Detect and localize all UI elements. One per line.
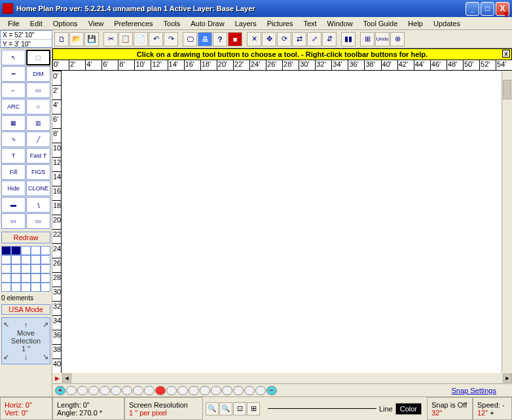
snap-dot-10[interactable] xyxy=(166,386,177,395)
screen-button[interactable]: 🖵 xyxy=(183,32,197,46)
menu-auto-draw[interactable]: Auto Draw xyxy=(185,18,229,29)
arrow-up-icon[interactable]: ↑ xyxy=(24,321,28,329)
tool-dim[interactable]: DIM xyxy=(26,66,50,82)
snap-dot-0[interactable]: + xyxy=(55,386,65,395)
tool-arrow[interactable]: ↖ xyxy=(1,50,26,65)
palette-cell[interactable] xyxy=(11,255,21,264)
arrow-down-icon[interactable]: ↓ xyxy=(24,353,28,361)
palette-cell[interactable] xyxy=(1,264,11,273)
palette-cell[interactable] xyxy=(1,273,11,283)
palette-cell[interactable] xyxy=(21,246,31,255)
layers-button[interactable]: ▮▮ xyxy=(341,32,356,46)
arrow-up-left-icon[interactable]: ↖ xyxy=(3,321,9,329)
snap-settings-link[interactable]: Snap Settings xyxy=(452,387,510,394)
tool-box1[interactable]: ▭ xyxy=(1,213,26,229)
undo-button[interactable]: ↶ xyxy=(149,32,163,46)
flip-button[interactable]: ⇄ xyxy=(292,32,306,46)
snap-dot-9[interactable] xyxy=(155,386,166,395)
palette-cell[interactable] xyxy=(1,283,11,292)
minimize-button[interactable]: _ xyxy=(466,2,479,16)
snap-dot-1[interactable] xyxy=(66,386,77,395)
snap-dot-7[interactable] xyxy=(133,386,143,395)
palette-cell[interactable] xyxy=(41,273,50,283)
palette-cell[interactable] xyxy=(41,264,50,273)
tool-figs[interactable]: FIGS xyxy=(26,164,50,180)
zoom-fit-button[interactable]: ⊡ xyxy=(233,402,246,415)
snap-dot-3[interactable] xyxy=(88,386,99,395)
menu-updates[interactable]: Updates xyxy=(428,18,466,29)
palette-cell[interactable] xyxy=(1,246,11,255)
menu-pictures[interactable]: Pictures xyxy=(262,18,299,29)
menu-help[interactable]: Help xyxy=(403,18,428,29)
zoom-in-button[interactable]: 🔍 xyxy=(206,402,219,415)
tool-text[interactable]: T xyxy=(1,148,26,164)
arrow-down-right-icon[interactable]: ↘ xyxy=(43,353,48,361)
menu-preferences[interactable]: Preferences xyxy=(109,18,158,29)
tool-hide[interactable]: Hide xyxy=(1,181,26,196)
redo-button[interactable]: ↷ xyxy=(164,32,178,46)
move-selection-panel[interactable]: ↖↑↗ Move Selection 1 " ↙↓↘ xyxy=(1,317,50,364)
palette-cell[interactable] xyxy=(31,246,41,255)
vertical-scrollbar[interactable] xyxy=(502,71,512,373)
menu-options[interactable]: Options xyxy=(48,18,83,29)
tool-stairs[interactable]: ▦ xyxy=(1,115,26,131)
copy-button[interactable]: 📋 xyxy=(119,32,133,46)
menu-layers[interactable]: Layers xyxy=(230,18,262,29)
tool-fast[interactable]: Fast T xyxy=(26,148,50,164)
zoom-100-button[interactable]: ⊞ xyxy=(247,402,260,415)
hint-close-button[interactable]: x xyxy=(502,50,510,58)
grid-button[interactable]: ⊞ xyxy=(360,32,375,46)
scale-button[interactable]: ⤢ xyxy=(307,32,321,46)
cut-button[interactable]: ✂ xyxy=(103,32,118,46)
arrow-up-right-icon[interactable]: ↗ xyxy=(43,321,48,329)
stop-button[interactable]: ■ xyxy=(228,32,242,46)
palette-cell[interactable] xyxy=(31,283,41,292)
rotate-button[interactable]: ⟳ xyxy=(277,32,291,46)
delete-button[interactable]: ✕ xyxy=(247,32,261,46)
color-button[interactable]: Color xyxy=(395,403,422,415)
tool-wall[interactable]: ━ xyxy=(1,66,26,82)
snap-dot-19[interactable]: − xyxy=(266,386,277,395)
palette-cell[interactable] xyxy=(41,283,50,292)
redraw-button[interactable]: Redraw xyxy=(1,232,50,243)
menu-view[interactable]: View xyxy=(83,18,109,29)
tool-select[interactable]: ⬚ xyxy=(26,50,50,65)
arrow-down-left-icon[interactable]: ↙ xyxy=(3,353,9,361)
paste-button[interactable]: 📄 xyxy=(134,32,148,46)
snap-dot-5[interactable] xyxy=(111,386,121,395)
tool-circle[interactable]: ○ xyxy=(26,99,50,114)
scroll-right-button[interactable]: ► xyxy=(503,374,512,383)
menu-tools[interactable]: Tools xyxy=(158,18,186,29)
tool-curve[interactable]: ∿ xyxy=(1,131,26,147)
palette-cell[interactable] xyxy=(11,283,21,292)
snap-dot-8[interactable] xyxy=(144,386,155,395)
help-button[interactable]: ? xyxy=(213,32,227,46)
speed-plus[interactable]: + xyxy=(490,409,494,417)
line-style-display[interactable]: Line Color xyxy=(263,397,427,420)
zoom-out-button[interactable]: 🔍 xyxy=(219,402,232,415)
usa-mode[interactable]: USA Mode xyxy=(1,304,50,315)
tool-line[interactable]: ╱ xyxy=(26,131,50,147)
snap-dot-4[interactable] xyxy=(100,386,110,395)
palette-cell[interactable] xyxy=(11,273,21,283)
undo2-button[interactable]: Undo xyxy=(375,32,390,46)
maximize-button[interactable]: □ xyxy=(481,2,494,16)
tool-window[interactable]: ▥ xyxy=(26,115,50,131)
tool-box2[interactable]: ▭ xyxy=(26,213,50,229)
palette-cell[interactable] xyxy=(41,255,50,264)
menu-text[interactable]: Text xyxy=(298,18,321,29)
tool-image[interactable]: ▬ xyxy=(1,197,26,213)
palette-cell[interactable] xyxy=(1,255,11,264)
snap-dot-11[interactable] xyxy=(177,386,188,395)
horizontal-scrollbar[interactable]: ► ◄ ► xyxy=(52,373,512,383)
menu-edit[interactable]: Edit xyxy=(25,18,48,29)
palette-cell[interactable] xyxy=(21,255,31,264)
menu-file[interactable]: File xyxy=(3,18,25,29)
snap-dot-6[interactable] xyxy=(122,386,132,395)
scroll-left-button[interactable]: ◄ xyxy=(62,374,71,383)
snap-dot-16[interactable] xyxy=(233,386,244,395)
palette-cell[interactable] xyxy=(11,264,21,273)
new-button[interactable]: 🗋 xyxy=(54,32,69,46)
scroll-thumb[interactable] xyxy=(503,80,511,99)
info-button[interactable]: ⊗ xyxy=(390,32,405,46)
